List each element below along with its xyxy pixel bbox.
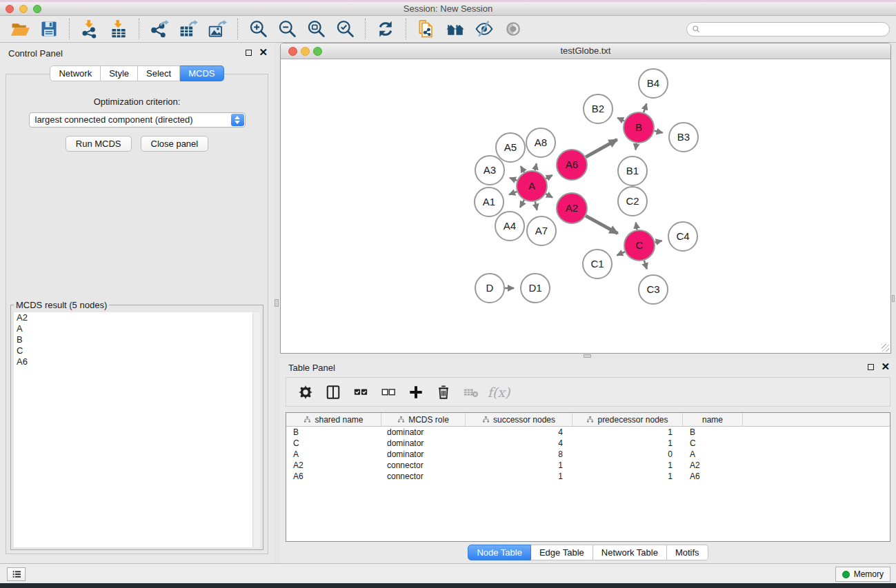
splitter-handle[interactable] — [275, 299, 279, 307]
search-icon — [692, 25, 701, 34]
graph-edge-C-C1[interactable] — [617, 252, 625, 255]
tab-network[interactable]: Network — [50, 65, 101, 81]
search-box[interactable] — [686, 22, 890, 37]
graph-edge-C-C3[interactable] — [644, 261, 647, 269]
column-header[interactable]: name — [683, 413, 743, 426]
table-row[interactable]: Cdominator41C — [286, 438, 890, 449]
save-session-icon[interactable] — [39, 19, 59, 39]
split-view-icon[interactable] — [325, 384, 341, 401]
run-mcds-button[interactable]: Run MCDS — [66, 136, 132, 152]
tab-node-table[interactable]: Node Table — [468, 545, 531, 560]
task-history-button[interactable] — [7, 567, 26, 581]
table-cell: connector — [381, 472, 466, 481]
open-file-icon[interactable] — [10, 19, 30, 39]
graph-edge-A2-C[interactable] — [586, 216, 617, 234]
zoom-in-icon[interactable] — [248, 19, 268, 39]
graph-edge-A-A2[interactable] — [546, 194, 552, 197]
close-panel-icon[interactable]: ✕ — [259, 49, 268, 56]
graph-edge-B-B2[interactable] — [617, 118, 624, 121]
shared-column-icon — [482, 416, 490, 423]
graph-edge-A-A7[interactable] — [535, 201, 537, 210]
splitter-handle[interactable] — [584, 354, 591, 358]
list-item[interactable]: B — [14, 334, 260, 345]
splitter-handle[interactable] — [892, 295, 895, 302]
network-close-button[interactable] — [288, 47, 297, 56]
network-zoom-button[interactable] — [313, 47, 322, 56]
show-all-icon[interactable] — [503, 19, 524, 39]
float-panel-icon[interactable] — [868, 364, 874, 370]
float-panel-icon[interactable] — [246, 50, 252, 56]
column-header[interactable]: predecessor nodes — [573, 413, 683, 426]
graph-edge-A-A5[interactable] — [521, 166, 524, 172]
graph-edge-A-A1[interactable] — [509, 192, 517, 194]
network-minimize-button[interactable] — [301, 47, 310, 56]
deselect-all-icon[interactable] — [380, 384, 397, 401]
close-panel-button[interactable]: Close panel — [141, 136, 209, 152]
table-panel-title: Table Panel — [288, 363, 335, 373]
zoom-fit-icon[interactable] — [306, 19, 326, 39]
graph-edge-A6-B[interactable] — [586, 140, 617, 157]
export-network-icon[interactable] — [149, 19, 170, 39]
first-neighbors-icon[interactable] — [445, 19, 466, 39]
node-table: shared nameMCDS rolesuccessor nodesprede… — [286, 412, 890, 542]
delete-table-icon[interactable] — [463, 384, 479, 401]
close-panel-icon[interactable]: ✕ — [881, 363, 890, 370]
network-window-titlebar[interactable]: testGlobe.txt — [281, 43, 890, 59]
import-network-icon[interactable] — [79, 19, 100, 39]
graph-edge-A-A6[interactable] — [546, 175, 552, 179]
memory-button[interactable]: Memory — [835, 567, 890, 582]
add-column-icon[interactable] — [408, 384, 424, 401]
new-network-from-selection-icon[interactable] — [416, 19, 437, 39]
zoom-out-icon[interactable] — [277, 19, 297, 39]
close-window-button[interactable] — [6, 5, 14, 13]
list-item[interactable]: A6 — [14, 356, 260, 367]
graph-edge-B-B4[interactable] — [644, 103, 646, 112]
graph-edge-B-B1[interactable] — [635, 143, 636, 150]
tab-network-table[interactable]: Network Table — [593, 545, 667, 560]
tab-style[interactable]: Style — [101, 65, 138, 81]
list-item[interactable]: A2 — [14, 312, 260, 323]
minimize-window-button[interactable] — [19, 5, 28, 13]
network-canvas[interactable]: AA1A2A3A4A5A6A7A8BB1B2B3B4CC1C2C3C4DD1 — [281, 60, 890, 353]
column-header[interactable]: successor nodes — [466, 413, 573, 426]
horizontal-splitter[interactable] — [280, 354, 896, 358]
select-all-icon[interactable] — [352, 384, 369, 401]
apply-layout-icon[interactable] — [375, 19, 396, 39]
graph-edge-C-C4[interactable] — [655, 241, 662, 242]
column-header[interactable]: MCDS role — [381, 413, 466, 426]
table-row[interactable]: Adominator80A — [286, 449, 890, 460]
tab-edge-table[interactable]: Edge Table — [531, 545, 593, 560]
table-row[interactable]: Bdominator41B — [286, 427, 890, 438]
hide-selected-icon[interactable] — [474, 19, 495, 39]
vertical-splitter[interactable] — [274, 43, 280, 563]
graph-edge-A-A4[interactable] — [520, 200, 524, 207]
import-table-icon[interactable] — [108, 19, 129, 39]
graph-edge-A-A8[interactable] — [535, 163, 537, 170]
resize-grip[interactable] — [882, 344, 889, 352]
criterion-dropdown[interactable]: largest connected component (directed) — [29, 112, 246, 128]
tab-motifs[interactable]: Motifs — [667, 545, 708, 560]
tab-mcds[interactable]: MCDS — [180, 65, 223, 81]
right-splitter[interactable] — [891, 43, 896, 354]
export-image-icon[interactable] — [207, 19, 228, 39]
table-cell: dominator — [381, 438, 466, 448]
graph-edge-B-B3[interactable] — [654, 131, 662, 133]
zoom-selected-icon[interactable] — [335, 19, 355, 39]
table-row[interactable]: A6connector11A6 — [286, 471, 890, 482]
search-input[interactable] — [701, 25, 889, 34]
column-header[interactable]: shared name — [286, 413, 381, 426]
table-row[interactable]: A2connector11A2 — [286, 460, 890, 471]
graph-edge-A-A3[interactable] — [510, 178, 517, 181]
mcds-result-box: MCDS result (5 nodes) A2ABCA6 — [10, 305, 263, 550]
result-scrollbar[interactable] — [252, 312, 260, 547]
graph-edge-C-C2[interactable] — [636, 223, 637, 230]
export-table-icon[interactable] — [178, 19, 199, 39]
tab-select[interactable]: Select — [138, 65, 180, 81]
list-item[interactable]: A — [14, 323, 260, 334]
apply-function-icon[interactable]: f(x) — [490, 384, 507, 401]
zoom-window-button[interactable] — [33, 5, 41, 13]
list-item[interactable]: C — [14, 345, 260, 356]
settings-icon[interactable] — [297, 384, 314, 401]
mcds-result-list: A2ABCA6 — [14, 312, 260, 547]
delete-column-icon[interactable] — [435, 384, 452, 401]
